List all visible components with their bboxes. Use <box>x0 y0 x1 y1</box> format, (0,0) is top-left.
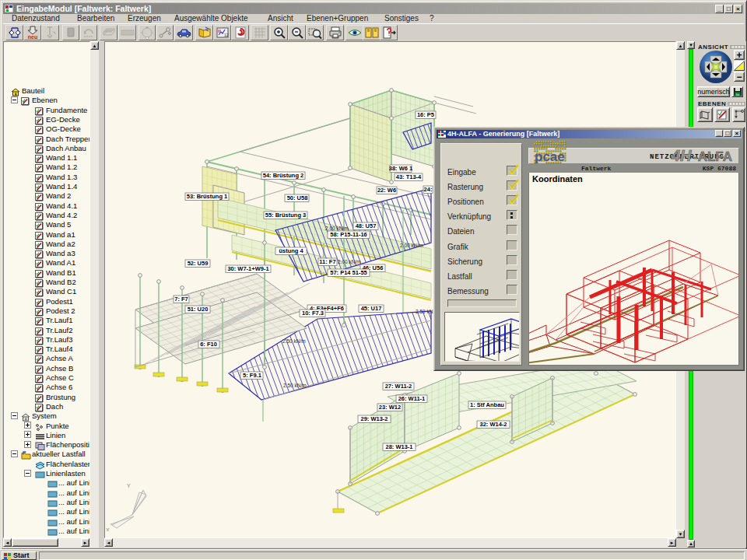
svg-text:24:: 24: <box>424 186 433 193</box>
svg-text:58: P15-11-16: 58: P15-11-16 <box>330 231 367 238</box>
svg-text:54: Brüstung 2: 54: Brüstung 2 <box>263 172 304 179</box>
svg-text:Y: Y <box>127 483 131 488</box>
svg-text:2.00 kN/m: 2.00 kN/m <box>400 243 423 248</box>
svg-text:55: Brüstung 3: 55: Brüstung 3 <box>265 212 307 219</box>
svg-text:11: F7: 11: F7 <box>319 258 335 265</box>
svg-text:2.00 kN/m: 2.00 kN/m <box>325 226 349 231</box>
svg-text:-ALFA: -ALFA <box>693 149 732 164</box>
svg-text:38: W6 1: 38: W6 1 <box>389 165 412 172</box>
svg-text:43: T13-4: 43: T13-4 <box>396 173 422 180</box>
svg-text:28: W13-1: 28: W13-1 <box>385 443 412 450</box>
svg-text:26: W11-1: 26: W11-1 <box>398 395 426 402</box>
svg-text:52: U59: 52: U59 <box>188 260 209 267</box>
svg-text:2.50 kN/m: 2.50 kN/m <box>283 383 307 388</box>
svg-text:2.00 kN/m: 2.00 kN/m <box>338 259 361 264</box>
svg-text:30: W7-1+W9-1: 30: W7-1+W9-1 <box>227 265 268 272</box>
svg-text:pcae: pcae <box>535 149 565 164</box>
svg-text:22: W6: 22: W6 <box>377 187 396 194</box>
svg-text:X: X <box>106 527 110 531</box>
svg-text:48: U57: 48: U57 <box>356 222 377 229</box>
svg-text:50: U58: 50: U58 <box>287 194 308 201</box>
svg-text:57: P14 51-55: 57: P14 51-55 <box>330 269 367 276</box>
svg-text:16: P5: 16: P5 <box>417 111 434 118</box>
svg-text:1: Stf Anbau: 1: Stf Anbau <box>470 401 504 408</box>
svg-text:üstung 4: üstung 4 <box>279 247 303 254</box>
svg-text:7: F7: 7: F7 <box>174 296 188 303</box>
svg-text:53: Brüstung 1: 53: Brüstung 1 <box>187 193 228 200</box>
svg-text:32: W14-2: 32: W14-2 <box>479 421 507 428</box>
svg-text:10: F7.3: 10: F7.3 <box>302 310 324 317</box>
svg-text:6: F10: 6: F10 <box>200 341 217 348</box>
svg-text:2.50 kN: 2.50 kN <box>416 309 433 314</box>
svg-text:12: 12 <box>224 33 229 37</box>
svg-text:51: U20: 51: U20 <box>188 306 209 313</box>
svg-text:2.50 kN/m: 2.50 kN/m <box>282 338 306 344</box>
svg-text:29: W13-2: 29: W13-2 <box>360 415 388 422</box>
svg-text:23: W12: 23: W12 <box>379 404 401 411</box>
svg-text:neu: neu <box>27 34 37 40</box>
svg-text:45: U17: 45: U17 <box>361 305 382 312</box>
svg-text:27: W11-2: 27: W11-2 <box>385 383 412 390</box>
svg-text:4H: 4H <box>671 147 692 164</box>
svg-text:5: F9.1: 5: F9.1 <box>243 372 261 379</box>
svg-text:hv: hv <box>735 93 738 96</box>
